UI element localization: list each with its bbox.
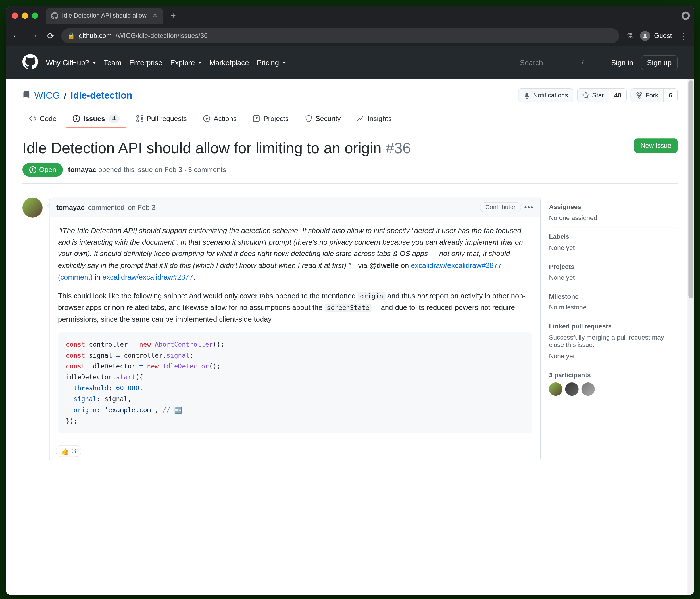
pr-icon bbox=[136, 115, 143, 122]
labs-icon[interactable]: ⚗ bbox=[625, 30, 634, 41]
svg-rect-6 bbox=[32, 169, 33, 172]
scrollbar-thumb[interactable] bbox=[689, 80, 694, 298]
fork-button[interactable]: Fork 6 bbox=[631, 88, 678, 102]
maximize-window-button[interactable] bbox=[32, 13, 38, 19]
tab-strip: Idle Detection API should allow × + bbox=[6, 6, 694, 26]
tab-title: Idle Detection API should allow bbox=[62, 12, 147, 20]
github-logo-icon[interactable] bbox=[22, 54, 38, 72]
svg-point-5 bbox=[32, 168, 33, 169]
user-mention[interactable]: @dwelle bbox=[369, 261, 399, 270]
project-icon bbox=[253, 115, 260, 122]
header-search-input[interactable] bbox=[520, 58, 570, 67]
reaction-count: 3 bbox=[72, 447, 76, 455]
issue-sidebar: Assignees No one assigned Labels None ye… bbox=[549, 198, 678, 461]
sidebar-milestone[interactable]: Milestone No milestone bbox=[549, 287, 678, 317]
comment-avatar[interactable] bbox=[22, 198, 43, 218]
repo-tabs: Code Issues4 Pull requests Actions Proje… bbox=[22, 110, 678, 128]
lock-icon: 🔒 bbox=[67, 32, 75, 40]
issue-icon bbox=[73, 115, 80, 122]
toolbar: ← → ⟳ 🔒 github.com/WICG/idle-detection/i… bbox=[6, 26, 694, 46]
tab-close-icon[interactable]: × bbox=[153, 11, 157, 20]
sidebar-projects[interactable]: Projects None yet bbox=[549, 258, 678, 287]
minimize-window-button[interactable] bbox=[22, 13, 28, 19]
comment-body: "[The Idle Detection API] should support… bbox=[49, 217, 540, 441]
profile-chip[interactable]: Guest bbox=[640, 31, 672, 41]
fork-icon bbox=[636, 92, 643, 99]
play-icon bbox=[203, 115, 210, 122]
svg-point-1 bbox=[644, 34, 646, 36]
tab-security[interactable]: Security bbox=[298, 110, 347, 128]
nav-marketplace[interactable]: Marketplace bbox=[209, 58, 249, 67]
star-button[interactable]: Star 40 bbox=[577, 88, 627, 102]
repo-owner-link[interactable]: WICG bbox=[34, 90, 60, 101]
comment-link-2[interactable]: excalidraw/excalidraw#2877 bbox=[102, 273, 193, 281]
slash-key-hint: / bbox=[578, 58, 587, 67]
tab-pull-requests[interactable]: Pull requests bbox=[129, 110, 194, 128]
issue-title: Idle Detection API should allow for limi… bbox=[22, 138, 629, 158]
notifications-button[interactable]: Notifications bbox=[518, 88, 573, 102]
timeline: tomayac commented on Feb 3 Contributor •… bbox=[22, 198, 541, 461]
github-favicon-icon bbox=[51, 12, 58, 20]
path-separator: / bbox=[64, 90, 67, 101]
repo-name-link[interactable]: idle-detection bbox=[71, 90, 132, 101]
sign-up-button[interactable]: Sign up bbox=[641, 55, 678, 70]
repo-heading: WICG / idle-detection Notifications Star… bbox=[22, 88, 678, 102]
tab-projects[interactable]: Projects bbox=[246, 110, 295, 128]
comment-author[interactable]: tomayac bbox=[56, 203, 85, 211]
sidebar-labels[interactable]: Labels None yet bbox=[549, 227, 678, 257]
nav-enterprise[interactable]: Enterprise bbox=[129, 58, 162, 67]
issue-state-badge: Open bbox=[22, 163, 63, 177]
star-count[interactable]: 40 bbox=[609, 88, 627, 102]
comment-time[interactable]: on Feb 3 bbox=[128, 203, 155, 211]
browser-tab[interactable]: Idle Detection API should allow × bbox=[46, 8, 164, 24]
comment-header: tomayac commented on Feb 3 Contributor •… bbox=[49, 198, 540, 217]
thumbs-up-reaction[interactable]: 👍 3 bbox=[56, 445, 81, 457]
fork-count[interactable]: 6 bbox=[664, 88, 677, 102]
profile-label: Guest bbox=[654, 32, 672, 40]
participant-avatar-1[interactable] bbox=[549, 383, 562, 396]
sidebar-participants: 3 participants bbox=[549, 366, 678, 401]
new-tab-button[interactable]: + bbox=[167, 10, 179, 21]
github-header: Why GitHub? Team Enterprise Explore Mark… bbox=[6, 46, 694, 79]
tab-issues[interactable]: Issues4 bbox=[66, 110, 126, 128]
code-icon bbox=[29, 115, 36, 122]
comment-menu-button[interactable]: ••• bbox=[524, 203, 534, 211]
issues-count: 4 bbox=[108, 114, 120, 123]
nav-explore[interactable]: Explore bbox=[170, 58, 201, 67]
inline-code-origin: origin bbox=[358, 292, 385, 301]
forward-button[interactable]: → bbox=[28, 30, 40, 42]
nav-team[interactable]: Team bbox=[104, 58, 122, 67]
new-issue-button[interactable]: New issue bbox=[634, 138, 678, 153]
address-bar[interactable]: 🔒 github.com/WICG/idle-detection/issues/… bbox=[61, 28, 619, 44]
window-frame: Idle Detection API should allow × + ← → … bbox=[6, 6, 694, 595]
tab-insightsuige[interactable]: Insights bbox=[350, 110, 398, 128]
comment-box: tomayac commented on Feb 3 Contributor •… bbox=[49, 198, 540, 461]
shield-icon bbox=[305, 115, 312, 122]
reload-button[interactable]: ⟳ bbox=[46, 30, 56, 42]
tab-code[interactable]: Code bbox=[22, 110, 63, 128]
scrollbar[interactable] bbox=[688, 79, 694, 595]
url-host: github.com bbox=[79, 32, 112, 40]
issue-header: Idle Detection API should allow for limi… bbox=[22, 128, 678, 184]
issue-author[interactable]: tomayac bbox=[68, 166, 97, 174]
code-block: const controller = new AbortController()… bbox=[58, 333, 532, 433]
nav-why-github[interactable]: Why GitHub? bbox=[46, 58, 96, 67]
issue-meta: Open tomayac opened this issue on Feb 3 … bbox=[22, 163, 629, 177]
inline-code-screenstate: screenState bbox=[324, 304, 372, 312]
graph-icon bbox=[357, 115, 365, 122]
nav-pricing[interactable]: Pricing bbox=[257, 58, 286, 67]
back-button[interactable]: ← bbox=[11, 30, 22, 42]
window-controls bbox=[12, 13, 38, 19]
comment-reactions: 👍 3 bbox=[49, 441, 540, 461]
tab-actions[interactable]: Actions bbox=[196, 110, 243, 128]
repo-icon bbox=[22, 92, 30, 99]
participant-avatar-2[interactable] bbox=[565, 383, 579, 396]
sign-in-link[interactable]: Sign in bbox=[611, 58, 633, 67]
sidebar-assignees[interactable]: Assignees No one assigned bbox=[549, 198, 678, 227]
incognito-icon bbox=[681, 11, 690, 20]
participant-avatar-3[interactable] bbox=[581, 383, 595, 396]
browser-chrome: Idle Detection API should allow × + ← → … bbox=[6, 6, 694, 46]
browser-menu-button[interactable]: ⋮ bbox=[678, 31, 689, 41]
sidebar-linked-prs[interactable]: Linked pull requests Successfully mergin… bbox=[549, 317, 678, 366]
close-window-button[interactable] bbox=[12, 13, 18, 19]
